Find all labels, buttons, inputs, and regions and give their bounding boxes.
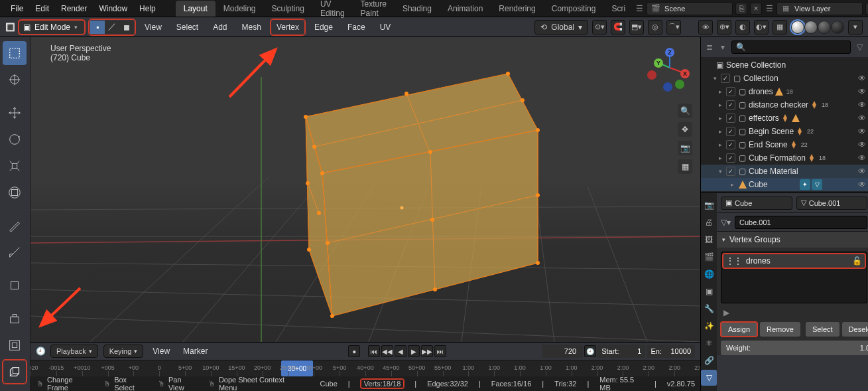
collection-checkbox[interactable]: ✓ bbox=[726, 140, 735, 149]
outliner-collection[interactable]: ▾✓▢ Collection 👁 bbox=[701, 72, 868, 85]
timeline-marker-menu[interactable]: Marker bbox=[179, 345, 212, 358]
mode-dropdown[interactable]: ▣ Edit Mode ▾ bbox=[19, 20, 85, 35]
menu-add3d[interactable]: Add bbox=[208, 20, 232, 35]
axis-neg-y-gizmo[interactable] bbox=[675, 80, 684, 89]
material-properties-tab[interactable]: ● bbox=[701, 387, 717, 391]
collection-checkbox[interactable]: ✓ bbox=[721, 74, 730, 83]
visibility-toggle[interactable]: 👁 bbox=[856, 153, 868, 163]
viewlayer-properties-tab[interactable]: 🖼 bbox=[701, 232, 717, 248]
outliner-search[interactable]: 🔍 bbox=[731, 40, 851, 54]
outliner-cube-formation[interactable]: ▸✓▢ Cube Formation 18 👁 bbox=[701, 151, 868, 165]
scene-browse-icon[interactable]: ☰ bbox=[635, 4, 644, 13]
axis-neg-z-gizmo[interactable] bbox=[663, 82, 672, 92]
world-properties-tab[interactable]: 🌐 bbox=[701, 266, 717, 282]
timeline-view-menu[interactable]: View bbox=[149, 345, 174, 358]
visibility-toggle[interactable]: 👁 bbox=[856, 87, 868, 96]
physics-properties-tab[interactable]: ⚛ bbox=[701, 335, 717, 351]
axis-neg-x-gizmo[interactable] bbox=[647, 70, 656, 80]
scene-new-button[interactable]: ⎘ bbox=[735, 3, 747, 15]
zoom-button[interactable]: 🔍 bbox=[678, 104, 692, 118]
rotate-tool[interactable] bbox=[3, 127, 27, 151]
menu-select3d[interactable]: Select bbox=[171, 20, 204, 35]
outliner-filter-button[interactable]: ▽ bbox=[855, 42, 864, 52]
edge-select-button[interactable]: ／ bbox=[105, 21, 119, 34]
scene-field[interactable]: 🎬 Scene bbox=[647, 2, 733, 15]
visibility-toggle[interactable]: 👁 bbox=[856, 100, 868, 110]
persp-ortho-button[interactable]: ▦ bbox=[678, 159, 692, 174]
bevel-tool[interactable] bbox=[3, 360, 27, 384]
orientation-dropdown[interactable]: ⟲ Global ▾ bbox=[534, 20, 588, 35]
outliner-distance-checker[interactable]: ▸✓▢ distance checker 18 👁 bbox=[701, 98, 868, 112]
axis-x-gizmo[interactable]: X bbox=[680, 69, 690, 78]
scale-tool[interactable] bbox=[3, 154, 27, 178]
outliner-cube-object[interactable]: ▸ Cube ✦ ▽ 👁 bbox=[701, 178, 868, 191]
overlay-toggle[interactable]: ◐ bbox=[735, 20, 750, 35]
mesh-browse-icon[interactable]: ▽▾ bbox=[721, 218, 731, 227]
visibility-toggle[interactable]: 👁 bbox=[856, 114, 868, 123]
menu-help[interactable]: Help bbox=[134, 1, 161, 16]
outliner-editor-type-icon[interactable]: ≣ bbox=[705, 42, 714, 52]
modifier-properties-tab[interactable]: 🔧 bbox=[701, 301, 717, 317]
output-properties-tab[interactable]: 🖨 bbox=[701, 214, 717, 230]
tab-rendering[interactable]: Rendering bbox=[491, 1, 543, 17]
display-mode-dropdown[interactable]: ▾ bbox=[718, 42, 727, 52]
mesh-data-icon[interactable]: ▽ bbox=[812, 179, 822, 190]
camera-view-button[interactable]: 📷 bbox=[678, 141, 692, 155]
visibility-toggle[interactable]: 👁 bbox=[856, 167, 868, 176]
prop-edit-toggle[interactable]: ◎ bbox=[648, 20, 662, 35]
3d-viewport[interactable]: User Perspective (720) Cube Z Y X bbox=[31, 37, 700, 391]
tab-scripting[interactable]: Scri bbox=[603, 1, 633, 17]
pivot-dropdown[interactable]: ⊙▾ bbox=[592, 20, 607, 35]
keyframe-prev-button[interactable]: ◀◀ bbox=[381, 345, 393, 357]
cursor-tool[interactable] bbox=[3, 68, 27, 92]
tab-modeling[interactable]: Modeling bbox=[216, 1, 264, 17]
menu-file[interactable]: File bbox=[5, 1, 29, 16]
transform-tool[interactable] bbox=[3, 181, 27, 204]
tab-compositing[interactable]: Compositing bbox=[544, 1, 604, 17]
jump-start-button[interactable]: ⏮ bbox=[368, 345, 380, 357]
shading-solid-button[interactable] bbox=[804, 21, 818, 34]
axis-z-gizmo[interactable]: Z bbox=[665, 48, 674, 57]
preview-range-toggle[interactable]: 🕘 bbox=[584, 345, 596, 357]
viewlayer-browse-icon[interactable]: ☰ bbox=[765, 4, 774, 13]
current-frame-field[interactable]: 720 bbox=[542, 345, 583, 358]
end-frame-field[interactable]: En: 10000 bbox=[647, 345, 695, 358]
mesh-data-properties-tab[interactable]: ▽ bbox=[701, 370, 717, 386]
timeline-ruler[interactable]: 30+00 -0020-0015+0010+005+0005+0010+0015… bbox=[31, 360, 700, 376]
tab-uv-editing[interactable]: UV Editing bbox=[312, 0, 353, 21]
scene-close-button[interactable]: × bbox=[750, 3, 762, 15]
shading-wireframe-button[interactable] bbox=[791, 21, 804, 34]
jump-end-button[interactable]: ⏭ bbox=[434, 345, 446, 357]
editor-type-icon[interactable]: 🔳 bbox=[5, 23, 15, 32]
menu-render[interactable]: Render bbox=[56, 1, 92, 16]
tab-layout[interactable]: Layout bbox=[176, 1, 216, 17]
tab-animation[interactable]: Animation bbox=[440, 1, 491, 17]
outliner-scene-collection[interactable]: ▣ Scene Collection bbox=[701, 58, 868, 72]
viewlayer-new-button[interactable]: ⎘ bbox=[865, 3, 868, 15]
xray-toggle[interactable]: ▦ bbox=[773, 20, 787, 35]
vertex-groups-list[interactable]: ⋮⋮ drones 🔓 bbox=[721, 252, 867, 303]
menu-face[interactable]: Face bbox=[342, 20, 371, 35]
outliner-cube-material[interactable]: ▾✓▢ Cube Material 👁 bbox=[701, 165, 868, 178]
collection-checkbox[interactable]: ✓ bbox=[726, 153, 735, 163]
constraint-properties-tab[interactable]: 🔗 bbox=[701, 352, 717, 368]
collection-checkbox[interactable]: ✓ bbox=[726, 100, 735, 110]
render-properties-tab[interactable]: 📷 bbox=[701, 197, 717, 213]
inset-faces-tool[interactable] bbox=[3, 333, 27, 357]
overlay-dropdown[interactable]: ◐▾ bbox=[754, 20, 769, 35]
outliner-begin-scene[interactable]: ▸✓▢ Begin Scene 22 👁 bbox=[701, 125, 868, 138]
move-view-button[interactable]: ✥ bbox=[678, 122, 692, 137]
collection-checkbox[interactable]: ✓ bbox=[726, 114, 735, 123]
play-reverse-button[interactable]: ◀ bbox=[395, 345, 406, 357]
play-button[interactable]: ▶ bbox=[408, 345, 420, 357]
face-select-button[interactable]: ◼ bbox=[119, 21, 134, 34]
playback-dropdown[interactable]: Playback▾ bbox=[50, 345, 98, 358]
shading-dropdown[interactable]: ▾ bbox=[848, 20, 863, 35]
visibility-toggle[interactable]: 👁 bbox=[856, 180, 868, 189]
viewlayer-field[interactable]: ▦ View Layer bbox=[776, 2, 863, 15]
select-button[interactable]: Select bbox=[806, 322, 839, 337]
lock-icon[interactable]: 🔓 bbox=[852, 256, 862, 266]
tab-texture-paint[interactable]: Texture Paint bbox=[353, 0, 395, 21]
visibility-toggle[interactable]: 👁 bbox=[856, 74, 868, 83]
weight-field[interactable]: Weight: 1.000 bbox=[721, 341, 868, 355]
